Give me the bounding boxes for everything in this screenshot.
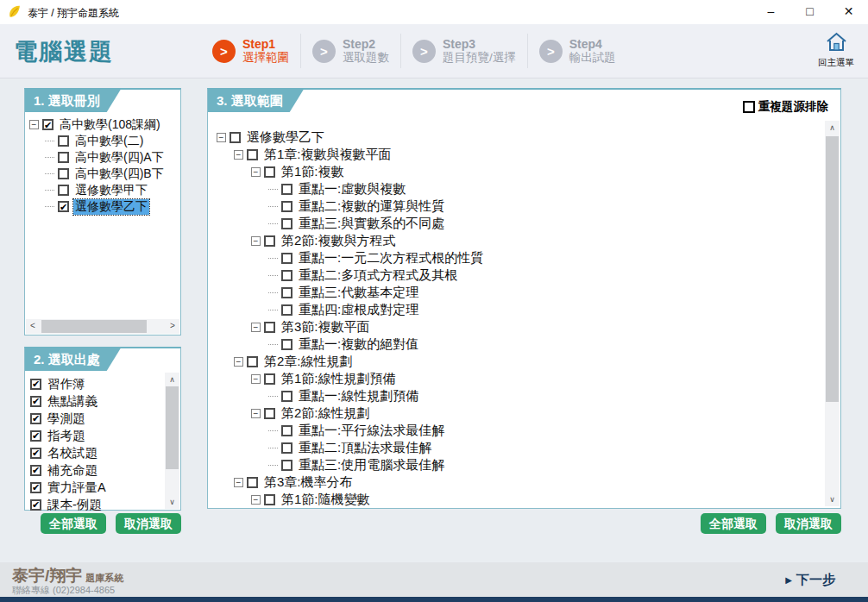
node-checkbox[interactable] [264,322,275,333]
tree-row[interactable]: −選修數學乙下 [217,129,823,146]
node-label[interactable]: 第3章:機率分布 [262,474,355,491]
collapse-expander-icon[interactable]: − [251,495,261,505]
node-checkbox[interactable] [281,184,292,195]
node-label[interactable]: 重點三:與實數系的不同處 [297,216,446,232]
tree-row[interactable]: 重點一:線性規劃預備 [217,387,823,404]
node-label[interactable]: 第1章:複數與複數平面 [262,147,393,163]
source-list-vscrollbar[interactable]: ∧ ∨ [165,373,179,509]
node-label[interactable]: 重點三:使用電腦求最佳解 [297,457,446,473]
scroll-left-icon[interactable]: < [26,319,40,334]
node-checkbox[interactable] [281,460,292,471]
node-label[interactable]: 第1節:隨機變數 [280,492,372,508]
node-label[interactable]: 重點一:平行線法求最佳解 [297,423,446,439]
node-label[interactable]: 重點一:線性規劃預備 [297,388,420,404]
scroll-down-icon[interactable]: ∨ [825,492,840,506]
node-checkbox[interactable] [247,356,258,367]
node-label[interactable]: 第2節:線性規劃 [280,405,372,422]
step-1[interactable]: > Step1 選擇範圍 [212,34,301,68]
tree-row[interactable]: 重點一:虛數與複數 [217,180,823,198]
node-label[interactable]: 選修數學甲下 [73,183,149,198]
node-checkbox[interactable]: ✔ [58,201,69,212]
node-label[interactable]: 重點二:複數的運算與性質 [297,198,446,215]
node-label[interactable]: 高中數學(四)B下 [73,166,166,182]
collapse-expander-icon[interactable]: − [234,478,243,487]
tree-row[interactable]: 重點一:一元二次方程式根的性質 [217,249,823,267]
node-checkbox[interactable] [281,218,292,229]
tree-row[interactable]: −第1節:隨機變數 [217,491,823,508]
tree-row[interactable]: 重點二:頂點法求最佳解 [217,439,823,456]
node-checkbox[interactable] [247,477,258,488]
collapse-expander-icon[interactable]: − [251,236,261,246]
vscroll-thumb[interactable] [166,386,179,469]
node-checkbox[interactable] [247,149,258,160]
node-checkbox[interactable] [281,339,292,350]
node-label[interactable]: 第2章:線性規劃 [262,354,355,370]
item-checkbox[interactable]: ✔ [30,482,41,493]
item-label[interactable]: 實力評量A [46,480,108,496]
node-label[interactable]: 重點四:虛根成對定理 [297,302,420,318]
tree-row[interactable]: −第3節:複數平面 [217,318,823,335]
collapse-expander-icon[interactable]: − [29,120,39,129]
node-checkbox[interactable] [281,287,292,298]
step-4[interactable]: > Step4 輸出試題 [539,34,627,68]
node-label[interactable]: 第1節:複數 [280,164,346,180]
tree-row[interactable]: −第3章:機率分布 [217,473,823,491]
node-label[interactable]: 重點二:頂點法求最佳解 [297,440,433,456]
scroll-up-icon[interactable]: ∧ [165,373,179,386]
node-checkbox[interactable] [264,494,275,505]
scroll-up-icon[interactable]: ∧ [825,121,840,135]
tree-row[interactable]: −第1節:線性規劃預備 [217,370,823,387]
item-checkbox[interactable]: ✔ [30,413,41,424]
list-item[interactable]: ✔習作簿 [30,375,165,392]
item-label[interactable]: 焦點講義 [46,393,99,410]
collapse-expander-icon[interactable]: − [251,167,261,177]
step-2[interactable]: > Step2 選取題數 [312,34,401,68]
node-label[interactable]: 重點一:一元二次方程式根的性質 [297,250,485,267]
tree-row[interactable]: 重點二:複數的運算與性質 [217,198,823,215]
collapse-expander-icon[interactable]: − [217,133,226,142]
list-item[interactable]: ✔名校試題 [30,444,165,461]
node-checkbox[interactable] [281,253,292,264]
node-checkbox[interactable] [281,201,292,212]
tree-row[interactable]: 重點一:平行線法求最佳解 [217,422,823,439]
item-checkbox[interactable]: ✔ [30,396,41,407]
item-label[interactable]: 學測題 [46,411,87,427]
collapse-expander-icon[interactable]: − [251,409,261,418]
list-item[interactable]: ✔指考題 [30,427,165,444]
list-item[interactable]: ✔課本-例題 [30,496,165,513]
list-item[interactable]: ✔補充命題 [30,461,165,479]
node-label[interactable]: 第1節:線性規劃預備 [280,371,398,387]
list-item[interactable]: ✔學測題 [30,410,165,427]
home-button[interactable]: 回主選單 [813,31,859,69]
node-checkbox[interactable] [281,304,292,316]
tree-row[interactable]: −第1章:複數與複數平面 [217,146,823,163]
node-checkbox[interactable] [264,235,275,247]
node-label[interactable]: 重點三:代數基本定理 [297,285,420,301]
node-checkbox[interactable] [281,425,292,436]
node-checkbox[interactable] [264,408,275,419]
node-label[interactable]: 重點一:複數的絕對值 [297,336,420,353]
minimize-button[interactable]: – [752,0,790,24]
duplicate-filter-checkbox[interactable] [743,101,755,113]
node-label[interactable]: 高中數學(四)A下 [73,150,166,166]
item-checkbox[interactable]: ✔ [30,448,41,459]
node-label[interactable]: 選修數學乙下 [245,129,326,146]
close-button[interactable]: ✕ [829,0,868,24]
node-checkbox[interactable] [58,168,69,179]
node-checkbox[interactable] [58,185,69,196]
node-checkbox[interactable] [230,132,241,143]
next-step-button[interactable]: ▶ 下一步 [785,572,835,588]
duplicate-filter[interactable]: 重複題源排除 [743,99,828,115]
item-checkbox[interactable]: ✔ [30,379,41,390]
collapse-expander-icon[interactable]: − [251,374,261,384]
tree-row[interactable]: −第1節:複數 [217,163,823,180]
book-tree-hscrollbar[interactable]: < > [26,319,179,334]
tree-row[interactable]: 選修數學甲下 [29,182,177,198]
item-checkbox[interactable]: ✔ [30,430,41,442]
item-checkbox[interactable]: ✔ [30,499,41,511]
tree-row[interactable]: 重點四:虛根成對定理 [217,301,823,318]
list-item[interactable]: ✔焦點講義 [30,392,165,410]
tree-row[interactable]: 重點三:代數基本定理 [217,284,823,301]
node-checkbox[interactable] [264,166,275,178]
node-label[interactable]: 高中數學(108課綱) [58,117,162,133]
